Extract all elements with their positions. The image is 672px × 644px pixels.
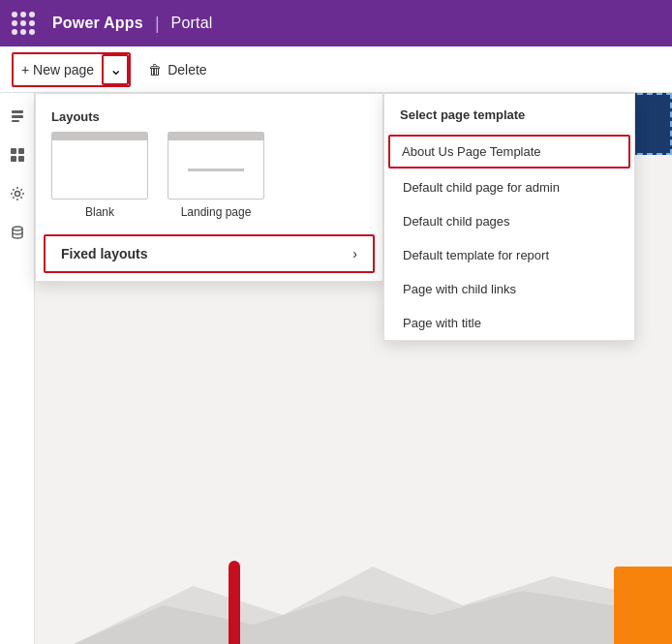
main-area: oso Contoso Layouts: [0, 93, 672, 644]
delete-button[interactable]: 🗑 Delete: [138, 56, 216, 83]
landing-layout-thumb: [168, 132, 264, 199]
blank-label: Blank: [85, 205, 114, 219]
chevron-down-icon: ⌄: [109, 60, 122, 78]
svg-rect-3: [11, 148, 16, 154]
template-item-about-us[interactable]: About Us Page Template: [388, 135, 630, 169]
new-page-label: + New page: [14, 56, 102, 83]
layouts-dropdown: Layouts Blank Landing page: [35, 93, 383, 282]
landing-page-label: Landing page: [181, 205, 252, 219]
blank-layout-thumb: [51, 132, 148, 199]
svg-rect-1: [12, 115, 23, 118]
template-item-default-child-admin[interactable]: Default child page for admin: [384, 170, 634, 204]
blank-layout-card[interactable]: Blank: [51, 132, 148, 219]
svg-rect-0: [12, 110, 23, 113]
svg-rect-2: [12, 120, 19, 122]
svg-rect-5: [11, 156, 16, 162]
portal-label: Portal: [171, 15, 213, 32]
template-submenu-title: Select page template: [384, 94, 634, 133]
sidebar-settings-icon[interactable]: [6, 182, 29, 205]
topbar: Power Apps | Portal: [0, 0, 672, 46]
blank-thumb-body: [52, 140, 147, 199]
app-dots-icon[interactable]: [12, 12, 35, 35]
red-pole-top: [229, 561, 240, 572]
landing-thumb-line: [188, 169, 245, 171]
new-page-chevron-button[interactable]: ⌄: [102, 54, 129, 85]
template-submenu: Select page template About Us Page Templ…: [383, 93, 635, 341]
template-item-page-with-title[interactable]: Page with title: [384, 306, 634, 340]
template-item-default-template-report[interactable]: Default template for report: [384, 238, 634, 272]
landing-thumb-body: [168, 140, 263, 199]
layouts-title: Layouts: [36, 94, 382, 132]
sidebar-icons: [0, 93, 35, 644]
svg-point-8: [13, 227, 22, 230]
fixed-layouts-label: Fixed layouts: [61, 246, 147, 261]
fixed-layouts-row[interactable]: Fixed layouts ›: [44, 234, 375, 273]
sidebar-pages-icon[interactable]: [6, 105, 29, 128]
red-pole: [229, 567, 240, 644]
fixed-layouts-chevron-icon: ›: [352, 246, 357, 261]
delete-icon: 🗑: [148, 62, 162, 77]
sidebar-components-icon[interactable]: [6, 143, 29, 167]
sidebar-data-icon[interactable]: [6, 221, 29, 244]
svg-rect-6: [18, 156, 24, 162]
svg-rect-4: [18, 148, 24, 154]
new-page-button[interactable]: + New page ⌄: [12, 52, 131, 87]
orange-accent: [614, 567, 672, 644]
mountain-area: [74, 528, 672, 644]
app-name: Power Apps: [52, 15, 143, 32]
landing-thumb-bar: [168, 133, 263, 140]
landing-page-layout-card[interactable]: Landing page: [168, 132, 264, 219]
template-item-page-child-links[interactable]: Page with child links: [384, 272, 634, 306]
topbar-divider: |: [155, 14, 160, 34]
template-item-default-child-pages[interactable]: Default child pages: [384, 204, 634, 238]
svg-point-7: [15, 192, 19, 197]
toolbar: + New page ⌄ 🗑 Delete: [0, 46, 672, 93]
layouts-grid: Blank Landing page: [36, 132, 382, 234]
blank-thumb-bar: [52, 133, 147, 140]
